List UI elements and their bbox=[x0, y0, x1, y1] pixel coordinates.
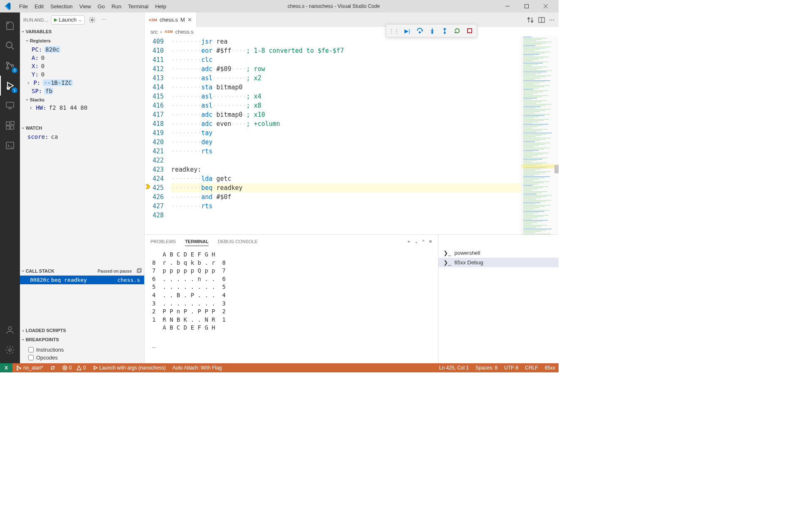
watch-section-header[interactable]: ›WATCH bbox=[20, 123, 144, 133]
explorer-icon[interactable] bbox=[0, 16, 20, 36]
more-editor-actions-icon[interactable]: ⋯ bbox=[549, 17, 554, 23]
stop-button[interactable] bbox=[465, 26, 474, 35]
breakpoints-section-header[interactable]: ›BREAKPOINTS bbox=[20, 335, 144, 344]
problems-indicator[interactable]: 0 0 bbox=[59, 363, 89, 372]
account-icon[interactable] bbox=[0, 320, 20, 340]
menu-go[interactable]: Go bbox=[94, 2, 108, 11]
stack-hw-row[interactable]: ›HW:f2 81 44 80 bbox=[20, 104, 144, 111]
watch-item[interactable]: score:ca bbox=[20, 133, 144, 141]
register-row[interactable]: A:0 bbox=[20, 54, 144, 62]
remote-explorer-icon[interactable] bbox=[0, 96, 20, 116]
menu-run[interactable]: Run bbox=[108, 2, 125, 11]
svg-rect-1 bbox=[525, 5, 529, 8]
debug-launch-indicator[interactable]: Launch with args (nanochess) bbox=[89, 363, 169, 372]
auto-attach-indicator[interactable]: Auto Attach: With Flag bbox=[169, 363, 225, 372]
close-window-button[interactable] bbox=[536, 0, 555, 12]
menu-file[interactable]: File bbox=[16, 2, 31, 11]
source-control-icon[interactable]: 3 bbox=[0, 56, 20, 76]
stacks-header[interactable]: ›Stacks bbox=[20, 95, 144, 104]
continue-button[interactable]: ▶| bbox=[403, 26, 412, 35]
new-terminal-icon[interactable]: + bbox=[407, 239, 410, 244]
svg-rect-15 bbox=[6, 126, 10, 129]
extensions-icon[interactable] bbox=[0, 116, 20, 135]
register-row[interactable]: Y:0 bbox=[20, 70, 144, 79]
breakpoint-item[interactable]: Opcodes bbox=[20, 354, 144, 362]
encoding-indicator[interactable]: UTF-8 bbox=[501, 365, 522, 371]
svg-rect-14 bbox=[6, 122, 10, 125]
breakpoint-checkbox[interactable] bbox=[28, 355, 34, 360]
code-content: ········jsr·rea········eor·#$ff····; 1-8… bbox=[171, 36, 559, 234]
terminal-item-65xx-debug[interactable]: ❯_65xx Debug bbox=[438, 258, 559, 267]
paused-label: Paused on pause bbox=[98, 269, 132, 273]
menu-edit[interactable]: Edit bbox=[31, 2, 47, 11]
more-actions-icon[interactable]: ⋯ bbox=[100, 16, 108, 23]
search-icon[interactable] bbox=[0, 36, 20, 56]
close-tab-icon[interactable]: ✕ bbox=[187, 17, 192, 23]
variables-section-header[interactable]: ›VARIABLES bbox=[20, 27, 144, 36]
tab-problems[interactable]: PROBLEMS bbox=[150, 237, 176, 246]
close-panel-icon[interactable]: ✕ bbox=[429, 239, 432, 244]
run-debug-header: RUN AND… ▶ Launch ⌄ ⋯ bbox=[20, 12, 144, 27]
indentation-indicator[interactable]: Spaces: 8 bbox=[472, 365, 501, 371]
registers-header[interactable]: ›Registers bbox=[20, 36, 144, 45]
register-row[interactable]: SP:fb bbox=[20, 87, 144, 95]
callstack-frame[interactable]: 00820c beq readkey chess.s bbox=[20, 276, 144, 284]
menu-view[interactable]: View bbox=[76, 2, 94, 11]
eol-indicator[interactable]: CRLF bbox=[522, 365, 541, 371]
vscode-logo-icon bbox=[3, 2, 11, 10]
minimap[interactable] bbox=[521, 36, 559, 234]
breakpoint-checkbox[interactable] bbox=[28, 347, 34, 352]
tab-chess-s[interactable]: ASM chess.s M ✕ bbox=[145, 12, 197, 27]
breakpoint-item[interactable]: Instructions bbox=[20, 346, 144, 354]
minimap-scroll-thumb[interactable] bbox=[554, 165, 559, 173]
tab-terminal[interactable]: TERMINAL bbox=[185, 237, 209, 246]
scm-badge: 3 bbox=[12, 67, 17, 73]
register-row[interactable]: ›P:--1B-IZC bbox=[20, 79, 144, 87]
code-editor[interactable]: 4094104114124134144154164174184194204214… bbox=[145, 36, 559, 234]
drag-grip-icon[interactable]: ⋮⋮ bbox=[389, 28, 399, 34]
svg-point-7 bbox=[7, 67, 9, 69]
split-editor-icon[interactable] bbox=[538, 17, 545, 23]
loaded-scripts-header[interactable]: ›LOADED SCRIPTS bbox=[20, 326, 144, 335]
cursor-position[interactable]: Ln 425, Col 1 bbox=[436, 365, 472, 371]
maximize-panel-icon[interactable]: ^ bbox=[422, 239, 424, 244]
terminal-item-powershell[interactable]: ❯_powershell bbox=[438, 248, 559, 258]
terminal-split-chevron-icon[interactable]: ⌄ bbox=[414, 239, 418, 244]
callstack-copy-icon[interactable] bbox=[136, 268, 142, 274]
svg-point-4 bbox=[6, 42, 12, 48]
breadcrumb[interactable]: src › ASM chess.s bbox=[145, 27, 559, 36]
launch-config-selector[interactable]: ▶ Launch ⌄ bbox=[51, 15, 85, 25]
tab-debug-console[interactable]: DEBUG CONSOLE bbox=[218, 237, 258, 246]
step-over-button[interactable] bbox=[415, 26, 424, 35]
register-row[interactable]: X:0 bbox=[20, 62, 144, 70]
menu-bar: FileEditSelectionViewGoRunTerminalHelp bbox=[16, 3, 170, 10]
minimize-button[interactable] bbox=[498, 0, 517, 12]
terminal-tab-icon[interactable] bbox=[0, 135, 20, 155]
remote-indicator[interactable] bbox=[0, 363, 12, 372]
menu-help[interactable]: Help bbox=[152, 2, 170, 11]
run-debug-icon[interactable]: 1 bbox=[0, 76, 20, 96]
terminal-output[interactable]: A B C D E F G H 8 r . b q k b . r 8 7 p … bbox=[145, 248, 438, 363]
compare-changes-icon[interactable] bbox=[527, 16, 534, 24]
window-title: chess.s - nanochess - Visual Studio Code bbox=[171, 3, 496, 9]
register-row[interactable]: PC:820c bbox=[20, 45, 144, 54]
settings-gear-icon[interactable] bbox=[0, 340, 20, 360]
menu-selection[interactable]: Selection bbox=[47, 2, 76, 11]
tab-label: chess.s bbox=[160, 17, 178, 23]
svg-rect-22 bbox=[137, 269, 140, 273]
svg-rect-31 bbox=[468, 29, 472, 33]
menu-terminal[interactable]: Terminal bbox=[125, 2, 152, 11]
language-mode-indicator[interactable]: 65xx bbox=[542, 365, 559, 371]
debug-toolbar[interactable]: ⋮⋮ ▶| bbox=[386, 24, 477, 37]
configure-gear-icon[interactable] bbox=[87, 16, 97, 24]
sync-indicator[interactable] bbox=[47, 363, 59, 372]
branch-indicator[interactable]: no_atari* bbox=[12, 363, 47, 372]
current-line-arrow-icon bbox=[145, 184, 150, 189]
step-out-button[interactable] bbox=[440, 26, 449, 35]
callstack-section-header[interactable]: ›CALL STACKPaused on pause bbox=[20, 266, 144, 276]
step-into-button[interactable] bbox=[428, 26, 437, 35]
restart-button[interactable] bbox=[453, 26, 462, 35]
svg-rect-17 bbox=[11, 121, 14, 125]
asm-file-icon: ASM bbox=[149, 18, 157, 22]
maximize-button[interactable] bbox=[517, 0, 536, 12]
